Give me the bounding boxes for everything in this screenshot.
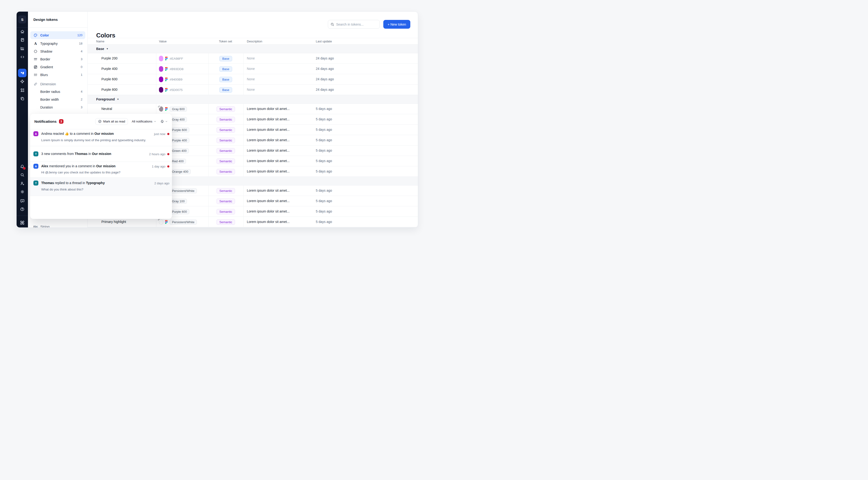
settings-gear-icon[interactable]	[18, 188, 26, 196]
code-icon[interactable]	[18, 53, 26, 61]
token-description: Lorem ipsum dolor sit amet...	[247, 220, 290, 224]
notification-meta: 2 hours ago	[149, 152, 169, 156]
token-description: None	[247, 67, 255, 70]
border-icon	[33, 57, 38, 61]
notification-settings-dropdown[interactable]	[160, 119, 168, 123]
token-name: Purple 400	[101, 67, 118, 70]
sidebar-item-border-radius[interactable]: Border radius 4	[30, 88, 85, 95]
token-last-update: 5 days ago	[316, 199, 332, 203]
sidebar-item-shadow[interactable]: Shadow 4	[30, 48, 85, 55]
sidebar-item-count: 3	[81, 57, 83, 61]
sidebar-item-border[interactable]: Border 3	[30, 55, 85, 63]
alias-chip: Persistent/White	[169, 188, 197, 193]
sidebar-item-count: 0	[81, 65, 83, 69]
notification-message: Hi @Jenny can you check out the updates …	[41, 171, 120, 174]
sidebar-item-count: 2	[81, 98, 83, 101]
alias-chip: Purple 400	[169, 138, 189, 143]
group-header-base[interactable]: Base ▼	[88, 44, 418, 53]
unread-dot	[167, 153, 169, 155]
token-last-update: 5 days ago	[316, 107, 332, 111]
color-swatch-alias	[159, 219, 163, 224]
token-set-badge: Semantic	[217, 209, 235, 214]
shapes-icon[interactable]	[18, 86, 26, 94]
sidebar-section-dimension[interactable]: Dimension	[30, 81, 85, 88]
sidebar-item-gradient[interactable]: Gradient 0	[30, 63, 85, 71]
help-icon[interactable]	[18, 205, 26, 213]
analytics-icon[interactable]	[18, 44, 26, 52]
design-tokens-icon[interactable]	[18, 69, 27, 77]
sidebar-item-color[interactable]: Color 120	[30, 31, 85, 39]
token-set-badge: Semantic	[217, 169, 235, 174]
blurs-icon	[33, 73, 38, 77]
figma-icon	[165, 88, 168, 92]
token-last-update: 5 days ago	[316, 117, 332, 121]
sidebar-item-count: 1	[81, 73, 83, 77]
color-swatch	[159, 56, 163, 61]
sidebar-item-count: 120	[77, 33, 83, 37]
avatar: A	[33, 164, 38, 169]
table-row[interactable]: Purple 200 #EA98FF Base None 24 days ago	[88, 53, 418, 64]
token-description: Lorem ipsum dolor sit amet...	[247, 159, 290, 163]
new-token-button[interactable]: + New token	[383, 20, 410, 29]
sidebar-item-label: Duration	[40, 106, 53, 109]
sidebar-item-label: Border	[40, 57, 50, 61]
token-set-badge: Semantic	[217, 138, 235, 143]
token-description: Lorem ipsum dolor sit amet...	[247, 128, 290, 131]
notebook-icon[interactable]	[18, 36, 26, 44]
feedback-chat-icon[interactable]	[18, 197, 26, 205]
search-rail-icon[interactable]	[18, 171, 26, 179]
duplicate-icon[interactable]	[18, 94, 26, 102]
token-last-update: 5 days ago	[316, 128, 332, 131]
token-set-badge: Semantic	[217, 188, 235, 193]
brand-flower-icon[interactable]	[18, 219, 26, 227]
group-header-foreground[interactable]: Foreground ▼	[88, 95, 418, 104]
token-description: Lorem ipsum dolor sit amet...	[247, 107, 290, 111]
sidebar-item-border-width[interactable]: Border width 2	[30, 95, 85, 103]
figma-icon	[165, 67, 168, 71]
table-row[interactable]: Purple 400 #B93DD8 Base None 24 days ago	[88, 64, 418, 74]
sidebar-item-label: Gradient	[40, 65, 53, 69]
abc-icon: Abc	[33, 225, 38, 228]
sidebar-item-count: 3	[81, 106, 83, 109]
filter-label: All notifications	[132, 120, 152, 123]
chevron-down-icon	[165, 120, 168, 123]
notification-item[interactable]: A Andrea reacted 👍 to a comment in Our m…	[30, 129, 172, 146]
table-row[interactable]: Purple 600 #9400B9 Base None 24 days ago	[88, 74, 418, 85]
search-input[interactable]	[336, 23, 377, 26]
unread-dot	[167, 133, 169, 135]
palette-icon	[33, 33, 38, 37]
notification-item[interactable]: T 3 new comments from Thomas in Our miss…	[30, 146, 172, 162]
workspace-logo[interactable]: S	[18, 16, 26, 24]
column-header-description: Description	[247, 39, 262, 43]
timestamp: 2 hours ago	[149, 152, 165, 156]
alias-chip: Green 400	[169, 148, 189, 153]
bell-icon[interactable]	[18, 162, 26, 171]
link-icon	[157, 105, 160, 108]
integrations-icon[interactable]	[18, 78, 26, 86]
sidebar-item-blurs[interactable]: Blurs 1	[30, 71, 85, 79]
home-icon[interactable]	[18, 28, 26, 35]
notification-item[interactable]: T Thomas replied to a thread in Typograp…	[30, 178, 172, 196]
shadow-icon	[33, 49, 38, 54]
gradient-icon	[33, 65, 38, 69]
timestamp: just now	[154, 132, 165, 136]
search-box[interactable]	[328, 20, 380, 29]
table-row[interactable]: Purple 800 #5D0075 Base None 24 days ago	[88, 85, 418, 95]
notifications-filter-dropdown[interactable]: All notifications	[132, 120, 156, 123]
notifications-title: Notifications	[34, 119, 57, 124]
token-set-badge: Base	[219, 56, 232, 61]
sidebar-item-label: Color	[40, 33, 49, 37]
invite-user-icon[interactable]	[18, 179, 26, 187]
token-last-update: 5 days ago	[316, 220, 332, 224]
table-row[interactable]: Neutral Gray 600 Semantic Lorem ipsum do…	[88, 104, 418, 114]
notification-item[interactable]: A Alex mentioned you in a comment in Our…	[30, 162, 172, 178]
sidebar-item-typography[interactable]: A Typography 18	[30, 39, 85, 48]
mark-all-read-button[interactable]: Mark all as read	[95, 118, 128, 125]
sidebar-section-string[interactable]: Abc String	[30, 223, 85, 228]
notification-meta: just now	[154, 132, 169, 136]
sidebar-item-duration[interactable]: Duration 3	[30, 103, 85, 111]
notification-meta: 2 days ago	[154, 181, 169, 185]
token-description: Lorem ipsum dolor sit amet...	[247, 199, 290, 203]
color-swatch	[159, 77, 163, 82]
figma-icon	[165, 107, 168, 111]
